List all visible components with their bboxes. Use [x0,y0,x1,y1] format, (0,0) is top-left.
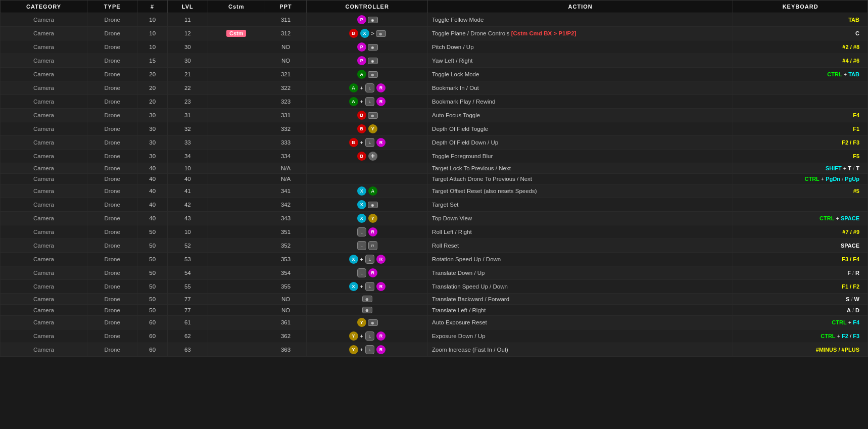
header-cstm: Cstm [208,1,265,13]
action-cell: Target Offset Reset (also resets Speeds) [428,184,733,198]
controller-cell: XY [307,212,428,225]
keyboard-cell: F3 / F4 [733,253,868,266]
table-row: CameraDrone4041341XATarget Offset Reset … [1,184,868,198]
keyboard-cell: CTRL + SPACE [733,212,868,225]
controller-cell: A⊕ [307,68,428,81]
action-cell: Yaw Left / Right [428,54,733,68]
table-row: CameraDrone4042342X⊕Target Set [1,198,868,212]
table-row: CameraDrone2022322A+LRBookmark In / Out [1,81,868,95]
header-controller: CONTROLLER [307,1,428,13]
action-cell: Depth Of Field Down / Up [428,136,733,150]
action-cell: Translate Down / Up [428,266,733,280]
keyboard-cell: #4 / #6 [733,54,868,68]
controller-cell: X+LR [307,253,428,266]
controller-cell: B+LR [307,136,428,150]
action-cell: Auto Exposure Reset [428,316,733,329]
controller-cell: XA [307,184,428,198]
controller-cell: Y+LR [307,329,428,343]
controller-cell: BY [307,122,428,136]
header-type: TYPE [87,1,137,13]
keyboard-cell: CTRL + F2 / F3 [733,329,868,343]
table-row: CameraDrone1012Cstm312BX>⊕Toggle Plane /… [1,27,868,40]
controller-cell [307,174,428,184]
keyboard-cell: CTRL + TAB [733,68,868,81]
keyboard-cell: C [733,27,868,40]
action-cell: Bookmark In / Out [428,81,733,95]
keyboard-cell: F1 [733,122,868,136]
action-cell: Target Attach Drone To Previous / Next [428,174,733,184]
header-keyboard: KEYBOARD [733,1,868,13]
keyboard-cell: SPACE [733,239,868,253]
keyboard-cell: #5 [733,184,868,198]
action-cell: Roll Reset [428,239,733,253]
header-num: # [137,1,168,13]
keyboard-cell: #2 / #8 [733,40,868,54]
controller-cell [307,163,428,174]
keyboard-cell: F2 / F3 [733,136,868,150]
controller-cell: LR [307,225,428,239]
action-cell: Roll Left / Right [428,225,733,239]
table-row: CameraDrone4040N/ATarget Attach Drone To… [1,174,868,184]
controller-cell: LR [307,266,428,280]
table-row: CameraDrone6063363Y+LRZoom Increase (Fas… [1,343,868,357]
table-row: CameraDrone6062362Y+LRExposure Down / Up… [1,329,868,343]
table-row: CameraDrone3031331B⊕Auto Focus ToggleF4 [1,109,868,122]
keyboard-cell: #MINUS / #PLUS [733,343,868,357]
action-cell: Auto Focus Toggle [428,109,733,122]
keyboard-cell: SHIFT + T / T [733,163,868,174]
header-lvl: LVL [167,1,208,13]
table-row: CameraDrone6061361Y⊕Auto Exposure ResetC… [1,316,868,329]
controller-cell: Y+LR [307,343,428,357]
keyboard-cell: F / R [733,266,868,280]
action-cell: Translation Speed Up / Down [428,280,733,294]
keyboard-cell: F4 [733,109,868,122]
table-row: CameraDrone5053353X+LRRotation Speed Up … [1,253,868,266]
controller-cell: X⊕ [307,198,428,212]
keyboard-cell: #7 / #9 [733,225,868,239]
controller-cell: X+LR [307,280,428,294]
table-row: CameraDrone4043343XYTop Down ViewCTRL + … [1,212,868,225]
table-row: CameraDrone4010N/ATarget Lock To Previou… [1,163,868,174]
table-row: CameraDrone5055355X+LRTranslation Speed … [1,280,868,294]
table-row: CameraDrone1030NOP⊕Pitch Down / Up#2 / #… [1,40,868,54]
controller-cell: A+LR [307,95,428,109]
action-cell: Bookmark Play / Rewind [428,95,733,109]
controller-cell: ⊕ [307,294,428,305]
keyboard-cell: TAB [733,13,868,27]
keyboard-cell: S / W [733,294,868,305]
keyboard-cell: CTRL + PgDn / PgUp [733,174,868,184]
action-cell: Toggle Foreground Blur [428,150,733,163]
table-row: CameraDrone5010351LRRoll Left / Right#7 … [1,225,868,239]
keyboard-cell [733,95,868,109]
action-cell: Rotation Speed Up / Down [428,253,733,266]
controller-cell: LR [307,239,428,253]
keyboard-cell [733,81,868,95]
action-cell: Translate Left / Right [428,305,733,316]
keyboard-cell: F5 [733,150,868,163]
keyboard-cell: A / D [733,305,868,316]
keybinding-table: CATEGORY TYPE # LVL Cstm PPT CONTROLLER … [0,0,868,357]
action-cell: Toggle Plane / Drone Controls [Cstm Cmd … [428,27,733,40]
action-cell: Depth Of Field Toggle [428,122,733,136]
action-cell: Exposure Down / Up [428,329,733,343]
table-row: CameraDrone5077NO⊕Translate Backward / F… [1,294,868,305]
action-cell: Top Down View [428,212,733,225]
controller-cell: ⊕ [307,305,428,316]
table-row: CameraDrone3032332BYDepth Of Field Toggl… [1,122,868,136]
keyboard-cell: CTRL + F4 [733,316,868,329]
table-row: CameraDrone1011311P⊕Toggle Follow ModeTA… [1,13,868,27]
table-row: CameraDrone2023323A+LRBookmark Play / Re… [1,95,868,109]
controller-cell: B⊕ [307,109,428,122]
table-row: CameraDrone3034334B✛Toggle Foreground Bl… [1,150,868,163]
controller-cell: A+LR [307,81,428,95]
header-category: CATEGORY [1,1,87,13]
keyboard-cell [733,198,868,212]
table-row: CameraDrone1530NOP⊕Yaw Left / Right#4 / … [1,54,868,68]
action-cell: Target Lock To Previous / Next [428,163,733,174]
action-cell: Translate Backward / Forward [428,294,733,305]
table-row: CameraDrone5052352LRRoll ResetSPACE [1,239,868,253]
controller-cell: P⊕ [307,13,428,27]
controller-cell: BX>⊕ [307,27,428,40]
keyboard-cell: F1 / F2 [733,280,868,294]
table-row: CameraDrone2021321A⊕Toggle Lock ModeCTRL… [1,68,868,81]
